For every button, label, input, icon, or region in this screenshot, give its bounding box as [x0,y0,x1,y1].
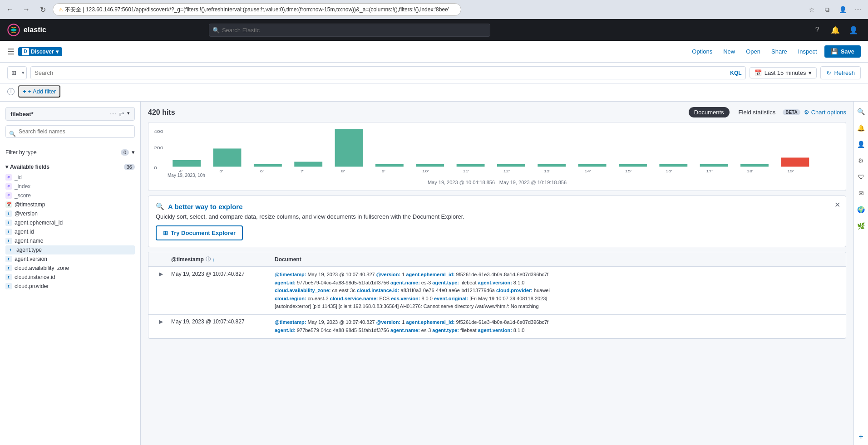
discover-badge[interactable]: D Discover ▾ [18,47,62,56]
index-swap-icon[interactable]: ⇄ [119,110,124,117]
hamburger-button[interactable]: ☰ [7,47,15,57]
filter-type-row[interactable]: Filter by type 0 ▾ [5,147,135,157]
field-item[interactable]: t agent.version [5,254,135,264]
hits-count: 420 hits [148,108,175,117]
field-item[interactable]: t @version [5,209,135,218]
search-bar: ⊞ ▾ KQL 📅 Last 15 minutes ▾ ↻ Refresh [0,63,868,83]
search-input-wrap: KQL [30,66,746,79]
time-picker[interactable]: 📅 Last 15 minutes ▾ [750,67,817,78]
top-nav-search: 🔍 [209,24,490,37]
main-content: 420 hits Documents Field statistics BETA… [141,102,853,445]
right-shield-icon[interactable]: 🛡 [855,171,868,183]
svg-text:14': 14' [584,170,591,173]
save-label: Save [841,48,854,55]
url-text: 不安全 | 123.60.146.97:5601/app/discover#/?… [65,6,449,14]
right-settings-icon[interactable]: ⚙ [855,154,868,167]
field-type-icon: t [7,247,14,253]
notifications-icon[interactable]: 🔔 [828,23,843,37]
field-item[interactable]: t agent.id [5,227,135,236]
inspect-button[interactable]: Inspect [794,46,821,57]
chart-options-label: Chart options [811,109,846,116]
svg-text:10': 10' [422,170,429,173]
index-select[interactable]: ⊞ ▾ [7,66,27,79]
search-fields-input[interactable] [5,125,135,138]
timestamp-info-icon: ⓘ [206,256,211,263]
chart-area: 400 200 0 [148,122,846,191]
back-button[interactable]: ← [4,3,16,16]
discover-label: Discover [31,49,54,55]
field-name: cloud.provider [15,283,49,289]
expand-row-button[interactable]: ▶ [154,318,168,325]
user-avatar[interactable]: 👤 [846,23,861,37]
new-button[interactable]: New [720,46,739,57]
field-item[interactable]: # _score [5,191,135,200]
forward-button[interactable]: → [20,3,33,16]
field-name: cloud.availability_zone [15,265,69,271]
filter-count: 0 [121,149,129,156]
field-item[interactable]: t agent.type [5,245,135,254]
search-input[interactable] [31,67,726,79]
field-item[interactable]: t cloud.provider [5,282,135,291]
try-explorer-button[interactable]: ⊞ Try Document Explorer [156,225,243,240]
profile-icon[interactable]: 👤 [836,3,849,16]
extensions-icon[interactable]: ⧉ [821,3,833,16]
close-banner-button[interactable]: ✕ [834,200,840,209]
field-item[interactable]: t agent.name [5,236,135,245]
field-item[interactable]: t cloud.instance.id [5,273,135,282]
bookmark-icon[interactable]: ☆ [805,3,818,16]
top-search-input[interactable] [209,24,490,37]
field-type-icon: # [5,174,12,181]
right-add-button[interactable]: + [858,432,863,442]
save-icon: 💾 [831,48,838,55]
elastic-logo-icon [7,24,20,36]
right-bell-icon[interactable]: 🔔 [855,122,868,134]
field-item[interactable]: 📅 @timestamp [5,200,135,209]
index-more-icon[interactable]: ⋯ [110,110,116,117]
tab-documents[interactable]: Documents [689,107,730,117]
kql-toggle[interactable]: KQL [726,68,745,78]
help-icon[interactable]: ? [810,23,824,37]
filter-info-icon[interactable]: i [7,88,15,95]
options-button[interactable]: Options [688,46,716,57]
browser-bar: ← → ↻ ⚠ 不安全 | 123.60.146.97:5601/app/dis… [0,0,868,19]
right-search-icon[interactable]: 🔍 [855,105,868,118]
save-button[interactable]: 💾 Save [824,45,861,58]
right-leaf-icon[interactable]: 🌿 [855,220,868,232]
beta-badge: BETA [783,109,800,115]
menu-icon[interactable]: ⋯ [852,3,864,16]
index-selector[interactable]: filebeat* ⋯ ⇄ ▾ [5,107,135,121]
filter-row: i + + Add filter [0,83,868,102]
field-type-icon: t [5,210,12,217]
svg-rect-11 [457,164,485,166]
available-fields-header[interactable]: ▾ Available fields 36 [5,161,135,173]
share-button[interactable]: Share [768,46,791,57]
tab-field-statistics[interactable]: Field statistics [733,107,781,117]
timestamp-sort-icon[interactable]: ↓ [212,257,215,262]
field-item[interactable]: t cloud.availability_zone [5,264,135,273]
expand-row-button[interactable]: ▶ [154,271,168,277]
reload-button[interactable]: ↻ [36,3,49,16]
add-filter-button[interactable]: + + Add filter [18,85,60,98]
chart-options-button[interactable]: ⚙ Chart options [804,109,846,116]
open-button[interactable]: Open [742,46,764,57]
field-item[interactable]: # _id [5,173,135,182]
field-name: agent.name [15,238,43,244]
histogram-chart: 400 200 0 [154,128,840,173]
index-icon: ⊞ [8,68,20,78]
chart-timestamp: May 19, 2023 @ 10:04:18.856 - May 19, 20… [154,180,840,185]
right-mail-icon[interactable]: ✉ [855,187,868,200]
right-user-icon[interactable]: 👤 [855,138,868,151]
svg-rect-5 [213,148,242,166]
field-name: _id [15,174,22,181]
field-item[interactable]: t agent.ephemeral_id [5,218,135,227]
url-bar[interactable]: ⚠ 不安全 | 123.60.146.97:5601/app/discover#… [53,3,461,16]
field-item[interactable]: # _index [5,182,135,191]
field-type-icon: # [5,183,12,190]
svg-rect-14 [578,164,607,166]
refresh-button[interactable]: ↻ Refresh [820,66,861,79]
add-filter-label: + Add filter [28,88,56,95]
doc-cell: @timestamp: May 19, 2023 @ 10:07:40.827 … [275,271,840,311]
right-globe-icon[interactable]: 🌍 [855,203,868,216]
explore-title: 🔍 A better way to explore [156,202,838,210]
timestamp-col-header[interactable]: @timestamp ⓘ ↓ [171,256,271,263]
